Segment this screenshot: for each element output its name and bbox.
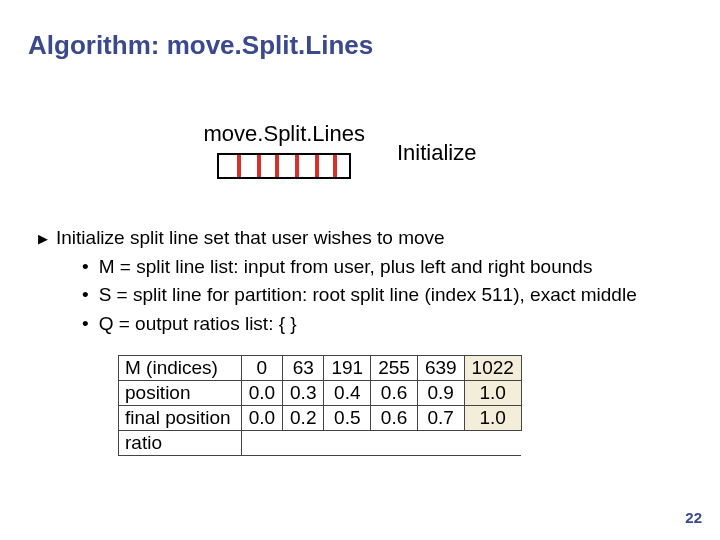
bullet-text: M = split line list: input from user, pl… — [99, 254, 593, 280]
table-cell: 0.3 — [283, 380, 324, 405]
table-cell: 0.6 — [371, 405, 418, 430]
graphic-block: move.Split.Lines — [204, 121, 365, 179]
bullet-text: Q = output ratios list: { } — [99, 311, 297, 337]
table-cell: 639 — [417, 355, 464, 380]
split-line-icon — [315, 155, 319, 177]
table-cell — [283, 430, 324, 455]
splitlines-icon — [217, 153, 351, 179]
table-cell: 0.4 — [324, 380, 371, 405]
table-cell: 255 — [371, 355, 418, 380]
bullet-l2: • Q = output ratios list: { } — [82, 311, 692, 337]
row-header: ratio — [119, 430, 242, 455]
table-cell: 63 — [283, 355, 324, 380]
bullet-l2: • S = split line for partition: root spl… — [82, 282, 692, 308]
center-row: move.Split.Lines Initialize — [0, 121, 692, 179]
graphic-label: move.Split.Lines — [204, 121, 365, 147]
table-cell: 0.2 — [283, 405, 324, 430]
bullet-marker-icon: • — [82, 311, 89, 337]
row-header: position — [119, 380, 242, 405]
split-line-icon — [295, 155, 299, 177]
table-cell: 0.0 — [241, 405, 282, 430]
split-line-icon — [237, 155, 241, 177]
table-cell — [417, 430, 464, 455]
page-number: 22 — [685, 509, 702, 526]
data-table: M (indices)0631912556391022position0.00.… — [118, 355, 522, 456]
split-line-icon — [257, 155, 261, 177]
table-row: M (indices)0631912556391022 — [119, 355, 522, 380]
table-cell — [241, 430, 282, 455]
table-cell: 191 — [324, 355, 371, 380]
table-row: final position0.00.20.50.60.71.0 — [119, 405, 522, 430]
table-cell — [464, 430, 521, 455]
row-header: M (indices) — [119, 355, 242, 380]
table-cell: 0.6 — [371, 380, 418, 405]
bullet-text: S = split line for partition: root split… — [99, 282, 637, 308]
table-cell: 0.7 — [417, 405, 464, 430]
bullet-marker-icon: • — [82, 282, 89, 308]
table-cell: 1022 — [464, 355, 521, 380]
table-cell — [324, 430, 371, 455]
page-title: Algorithm: move.Split.Lines — [28, 30, 692, 61]
bullet-text: Initialize split line set that user wish… — [56, 225, 445, 251]
split-line-icon — [275, 155, 279, 177]
table-cell: 0.0 — [241, 380, 282, 405]
slide: Algorithm: move.Split.Lines move.Split.L… — [0, 0, 720, 540]
bullet-l1: ▶ Initialize split line set that user wi… — [38, 225, 692, 251]
table-cell: 0.9 — [417, 380, 464, 405]
bullet-marker-icon: • — [82, 254, 89, 280]
bullet-marker-icon: ▶ — [38, 230, 48, 251]
table-cell — [371, 430, 418, 455]
initialize-label: Initialize — [397, 140, 476, 166]
table-cell: 1.0 — [464, 405, 521, 430]
split-line-icon — [333, 155, 337, 177]
row-header: final position — [119, 405, 242, 430]
table-cell: 1.0 — [464, 380, 521, 405]
table-row: position0.00.30.40.60.91.0 — [119, 380, 522, 405]
table-cell: 0 — [241, 355, 282, 380]
bullet-list: ▶ Initialize split line set that user wi… — [38, 225, 692, 337]
bullet-l2: • M = split line list: input from user, … — [82, 254, 692, 280]
table-cell: 0.5 — [324, 405, 371, 430]
data-table-wrap: M (indices)0631912556391022position0.00.… — [118, 355, 692, 456]
table-row: ratio — [119, 430, 522, 455]
